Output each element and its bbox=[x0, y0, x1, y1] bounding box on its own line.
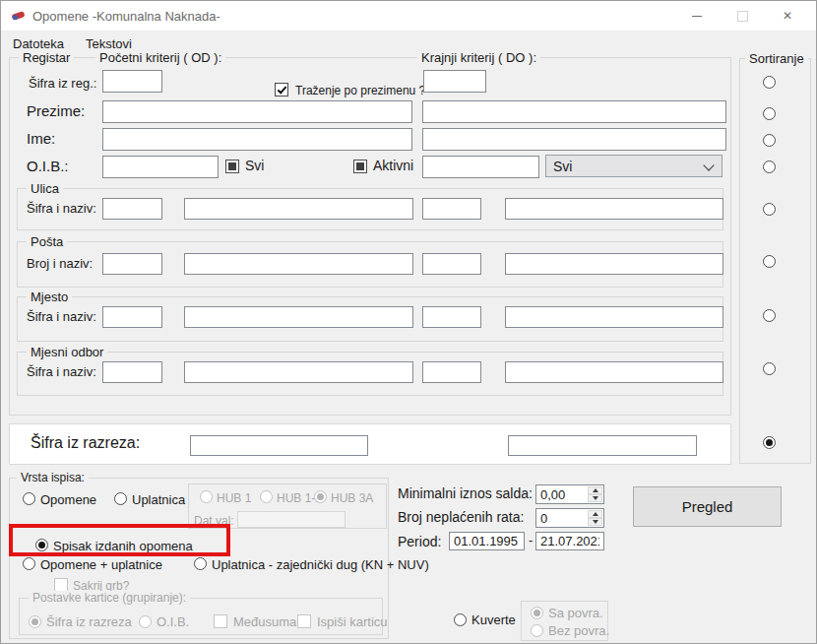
razrez-label: Šifra iz razreza: bbox=[31, 435, 140, 451]
trazenje-checkbox[interactable] bbox=[275, 83, 288, 97]
sort-radio-mjesni-odbor[interactable] bbox=[763, 362, 776, 375]
rata-down-button[interactable] bbox=[588, 518, 602, 526]
medusuma-checkbox bbox=[214, 614, 227, 628]
hub11-radio[interactable] bbox=[260, 490, 273, 503]
period-from-input[interactable] bbox=[449, 532, 525, 550]
opomene-radio[interactable] bbox=[23, 492, 35, 505]
sifra-reg-do-input[interactable] bbox=[423, 70, 486, 93]
ispisi-karticu-checkbox bbox=[297, 614, 311, 628]
prezime-od-input[interactable] bbox=[102, 100, 412, 123]
hub3a-radio[interactable] bbox=[314, 490, 327, 503]
posta-broj-od-input[interactable] bbox=[102, 253, 162, 275]
sort-radio-mjesto[interactable] bbox=[763, 309, 776, 322]
razrez-od-input[interactable] bbox=[190, 435, 368, 456]
rata-value[interactable]: 0 bbox=[540, 511, 547, 526]
pregled-button[interactable]: Pregled bbox=[633, 486, 782, 527]
oib-label: O.I.B.: bbox=[27, 159, 69, 174]
spisak-label: Spisak izdanih opomena bbox=[53, 539, 193, 554]
prezime-label: Prezime: bbox=[27, 103, 85, 119]
ulica-naziv-do-input[interactable] bbox=[505, 198, 723, 220]
min-saldo-up-button[interactable] bbox=[588, 486, 602, 494]
oib-od-input[interactable] bbox=[102, 156, 219, 178]
ulica-sifra-do-input[interactable] bbox=[422, 198, 481, 220]
period-label: Period: bbox=[398, 534, 441, 549]
mjesni-odbor-sifra-od-input[interactable] bbox=[102, 361, 162, 383]
min-saldo-value[interactable]: 0,00 bbox=[540, 487, 565, 502]
zajednicki-dug-radio[interactable] bbox=[194, 557, 207, 570]
medusuma-label: Međusuma bbox=[233, 614, 296, 630]
close-icon: ✕ bbox=[783, 10, 792, 22]
kuverte-radio[interactable] bbox=[454, 613, 467, 626]
kuverte-label: Kuverte bbox=[471, 612, 516, 628]
postavke-sifra-label: Šifra iz razreza bbox=[46, 614, 132, 630]
oib-do-input[interactable] bbox=[422, 156, 539, 178]
close-button[interactable]: ✕ bbox=[765, 1, 810, 31]
app-icon bbox=[11, 8, 27, 24]
period-to-input[interactable] bbox=[535, 532, 604, 550]
krajnji-kriterij-caption: Krajnji kriterij ( DO ): bbox=[417, 50, 540, 65]
window-title: Opomene -Komunalna Naknada- bbox=[32, 9, 220, 24]
opomene-uplatnice-radio[interactable] bbox=[23, 557, 35, 570]
ulica-row-label: Šifra i naziv: bbox=[27, 201, 96, 217]
min-saldo-label: Minimalni iznos salda: bbox=[398, 485, 533, 501]
mjesni-odbor-sifra-do-input[interactable] bbox=[422, 361, 481, 383]
prezime-do-input[interactable] bbox=[422, 100, 726, 123]
sifra-reg-od-input[interactable] bbox=[102, 70, 162, 93]
chevron-down-icon bbox=[703, 160, 714, 170]
mjesto-naziv-od-input[interactable] bbox=[184, 306, 413, 328]
aktivni-filter-dropdown[interactable]: Svi bbox=[545, 155, 723, 177]
datval-label: Dat.val: bbox=[194, 513, 234, 529]
sort-radio-ulica[interactable] bbox=[763, 203, 776, 216]
mjesni-odbor-naziv-od-input[interactable] bbox=[184, 361, 413, 383]
posta-naziv-od-input[interactable] bbox=[184, 253, 413, 275]
hub1-radio[interactable] bbox=[200, 490, 213, 503]
pregled-label: Pregled bbox=[682, 498, 733, 515]
spinner-down-icon bbox=[593, 520, 598, 524]
sort-radio-sifra-reg[interactable] bbox=[763, 76, 776, 89]
posta-broj-do-input[interactable] bbox=[422, 253, 481, 275]
sort-radio-posta[interactable] bbox=[763, 255, 776, 268]
ime-label: Ime: bbox=[27, 131, 55, 147]
minimize-button[interactable] bbox=[674, 1, 720, 31]
ulica-naziv-od-input[interactable] bbox=[184, 198, 413, 220]
sort-radio-prezime[interactable] bbox=[763, 107, 776, 120]
postavke-oib-label: O.I.B. bbox=[157, 614, 189, 630]
aktivni-checkbox[interactable] bbox=[353, 160, 367, 173]
pocetni-kriterij-caption: Početni kriterij ( OD ): bbox=[95, 50, 225, 65]
postavke-sifra-radio bbox=[29, 615, 41, 628]
posta-naziv-do-input[interactable] bbox=[505, 253, 723, 275]
uplatnica-label: Uplatnica bbox=[132, 492, 185, 508]
menu-item-datoteka[interactable]: Datoteka bbox=[13, 36, 64, 51]
mjesto-naziv-do-input[interactable] bbox=[505, 306, 723, 328]
min-saldo-down-button[interactable] bbox=[588, 494, 602, 502]
mjesni-odbor-caption: Mjesni odbor bbox=[27, 345, 107, 359]
mjesto-sifra-od-input[interactable] bbox=[102, 306, 162, 328]
uplatnica-radio[interactable] bbox=[114, 492, 127, 505]
dropdown-value: Svi bbox=[553, 159, 572, 174]
minimize-icon bbox=[692, 16, 702, 17]
mjesto-sifra-do-input[interactable] bbox=[422, 306, 481, 328]
razrez-do-input[interactable] bbox=[508, 435, 697, 456]
rata-label: Broj neplaćenih rata: bbox=[398, 509, 524, 525]
posta-caption: Pošta bbox=[27, 234, 67, 249]
ime-od-input[interactable] bbox=[102, 128, 412, 151]
rata-up-button[interactable] bbox=[588, 510, 602, 518]
sort-radio-oib[interactable] bbox=[763, 161, 776, 173]
vrsta-ispisa-caption: Vrsta ispisa: bbox=[17, 471, 89, 485]
sort-radio-ime[interactable] bbox=[763, 134, 776, 147]
ime-do-input[interactable] bbox=[422, 128, 726, 151]
mjesni-odbor-naziv-do-input[interactable] bbox=[505, 361, 723, 383]
maximize-button[interactable] bbox=[720, 1, 765, 31]
sort-radio-sifra-razreza[interactable] bbox=[763, 436, 776, 449]
svi-checkbox[interactable] bbox=[225, 160, 239, 173]
titlebar: Opomene -Komunalna Naknada- ✕ bbox=[1, 1, 816, 32]
period-separator: - bbox=[529, 533, 533, 548]
mjesto-row-label: Šifra i naziv: bbox=[27, 309, 96, 325]
ulica-sifra-od-input[interactable] bbox=[102, 198, 162, 220]
spinner-down-icon bbox=[593, 496, 598, 500]
bez-povra-label: Bez povra. bbox=[548, 623, 609, 639]
registar-caption: Registar bbox=[19, 50, 74, 65]
menu-item-tekstovi[interactable]: Tekstovi bbox=[86, 36, 132, 51]
sifra-reg-label: Šifra iz reg.: bbox=[29, 76, 96, 92]
spisak-radio[interactable] bbox=[35, 539, 48, 551]
